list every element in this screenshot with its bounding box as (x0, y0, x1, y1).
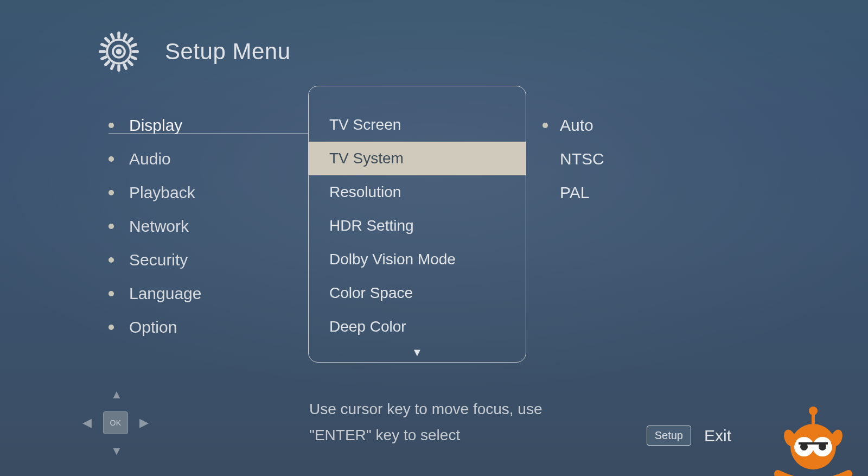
category-label: Option (129, 318, 177, 337)
panel-item-color-space[interactable]: Color Space (309, 276, 526, 310)
gear-icon (98, 30, 140, 73)
panel-item-label: HDR Setting (329, 217, 414, 234)
chevron-down-icon[interactable]: ▼ (412, 347, 423, 358)
category-label: Language (129, 284, 201, 303)
bullet-icon (108, 257, 114, 263)
category-list: Display Audio Playback Network Security … (108, 109, 304, 344)
svg-point-10 (809, 407, 818, 415)
category-label: Audio (129, 150, 171, 168)
bullet-icon (108, 156, 114, 162)
category-item-audio[interactable]: Audio (108, 142, 304, 176)
exit-label: Exit (704, 427, 731, 445)
value-label: NTSC (560, 150, 604, 168)
setup-button[interactable]: Setup (647, 426, 691, 446)
value-item-ntsc[interactable]: NTSC (542, 142, 604, 176)
ok-button-icon: OK (103, 411, 128, 434)
bullet-icon (108, 291, 114, 296)
arrow-down-icon: ▼ (111, 445, 123, 457)
panel-item-resolution[interactable]: Resolution (309, 175, 526, 209)
panel-item-deep-color[interactable]: Deep Color (309, 310, 526, 344)
category-label: Playback (129, 183, 195, 202)
panel-item-label: Dolby Vision Mode (329, 251, 456, 268)
bullet-icon (108, 325, 114, 330)
panel-item-label: TV System (329, 150, 404, 167)
settings-panel: TV Screen TV System Resolution HDR Setti… (308, 86, 526, 363)
value-label: Auto (560, 116, 593, 135)
exit-area: Setup Exit (647, 426, 731, 446)
panel-item-label: Color Space (329, 284, 413, 302)
panel-item-dolby-vision-mode[interactable]: Dolby Vision Mode (309, 243, 526, 276)
panel-item-tv-screen[interactable]: TV Screen (309, 108, 526, 142)
category-label: Security (129, 251, 188, 269)
arrow-left-icon: ◀ (82, 417, 92, 429)
hint-text: Use cursor key to move focus, use "ENTER… (309, 396, 591, 448)
svg-rect-8 (799, 442, 828, 445)
brand-logo-icon (767, 404, 859, 476)
category-item-security[interactable]: Security (108, 243, 304, 277)
value-item-auto[interactable]: Auto (542, 109, 604, 142)
panel-item-label: Deep Color (329, 318, 406, 335)
value-list: Auto NTSC PAL (542, 109, 604, 210)
bullet-icon (108, 123, 114, 128)
category-label: Network (129, 217, 189, 236)
value-label: PAL (560, 183, 589, 202)
arrow-right-icon: ▶ (139, 417, 149, 429)
category-item-display[interactable]: Display (108, 109, 304, 142)
category-item-language[interactable]: Language (108, 277, 304, 310)
page-title: Setup Menu (165, 39, 291, 65)
bullet-icon (108, 190, 114, 195)
bullet-icon (542, 123, 548, 128)
category-item-network[interactable]: Network (108, 210, 304, 243)
header: Setup Menu (98, 30, 291, 73)
category-label: Display (129, 116, 182, 135)
panel-item-label: TV Screen (329, 116, 401, 134)
arrow-up-icon: ▲ (111, 389, 123, 401)
svg-point-1 (116, 49, 122, 55)
dpad-hint: ▲ ▼ ◀ ▶ OK (80, 388, 151, 458)
panel-item-label: Resolution (329, 183, 401, 201)
category-underline (108, 134, 309, 134)
bullet-icon (108, 224, 114, 229)
value-item-pal[interactable]: PAL (542, 176, 604, 210)
panel-item-hdr-setting[interactable]: HDR Setting (309, 209, 526, 243)
category-item-option[interactable]: Option (108, 310, 304, 344)
category-item-playback[interactable]: Playback (108, 176, 304, 210)
panel-item-tv-system[interactable]: TV System (309, 142, 526, 175)
